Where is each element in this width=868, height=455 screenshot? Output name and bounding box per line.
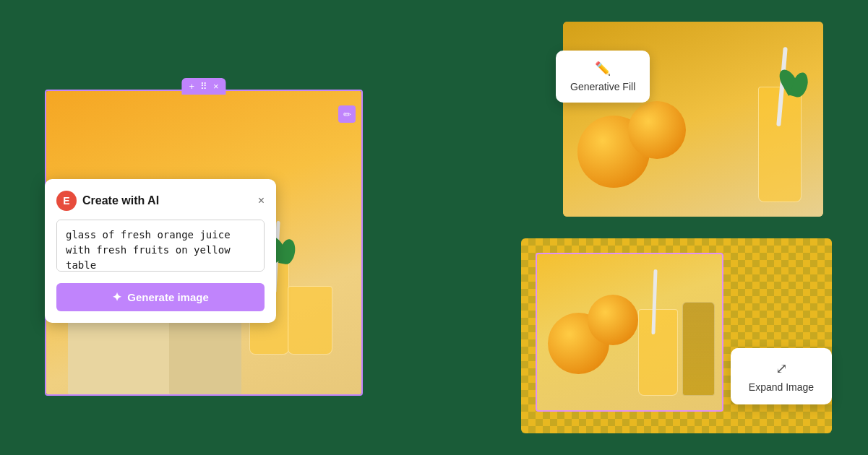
move-icon[interactable]: ⠿	[200, 81, 207, 92]
generate-image-button[interactable]: ✦ Generate image	[56, 283, 265, 311]
juice-glass-short	[288, 286, 332, 355]
glass-br	[638, 309, 678, 396]
ai-panel-title-row: E Create with AI	[56, 191, 159, 211]
bottle-br	[682, 302, 715, 396]
deco-block-small	[169, 315, 241, 394]
top-right-panel: ✏️ Generative Fill	[541, 22, 823, 224]
edit-pencil-icon[interactable]: ✏	[338, 105, 356, 123]
add-icon[interactable]: +	[189, 81, 194, 92]
sparkle-icon: ✦	[112, 290, 121, 304]
close-drag-icon[interactable]: ×	[213, 81, 219, 92]
ai-panel-close-button[interactable]: ×	[258, 194, 265, 207]
ai-panel-title: Create with AI	[82, 194, 159, 207]
deco-orange-right-2	[628, 101, 686, 159]
ai-panel-header: E Create with AI ×	[56, 191, 265, 211]
deco-orange-br-2	[588, 295, 638, 345]
elementor-icon: E	[56, 191, 77, 211]
left-image-panel: + ⠿ × ✏ E	[45, 78, 363, 396]
drag-bar[interactable]: + ⠿ ×	[181, 78, 225, 95]
bottom-right-panel: ⤢ Expand Image	[521, 238, 832, 433]
generative-fill-card: ✏️ Generative Fill	[556, 51, 650, 103]
ai-create-panel: E Create with AI × glass of fresh orange…	[45, 179, 276, 323]
expand-arrows-icon: ⤢	[747, 360, 816, 377]
brush-icon: ✏️	[570, 61, 635, 77]
inner-image-bottom-right	[536, 253, 723, 412]
expand-image-card: ⤢ Expand Image	[731, 348, 832, 404]
generative-fill-label: Generative Fill	[570, 81, 635, 92]
generate-button-label: Generate image	[127, 291, 209, 303]
expand-image-label: Expand Image	[747, 381, 816, 393]
ai-prompt-input[interactable]: glass of fresh orange juice with fresh f…	[56, 220, 265, 272]
